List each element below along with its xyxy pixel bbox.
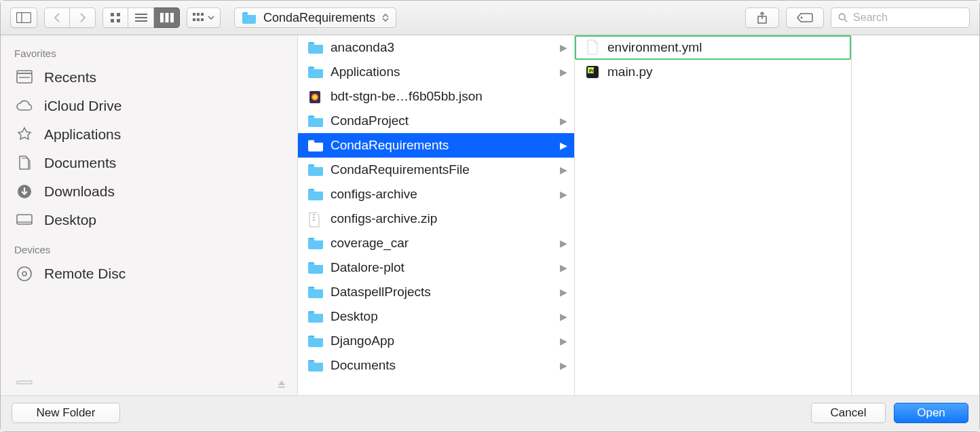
back-button[interactable]	[44, 7, 70, 28]
svg-line-22	[844, 19, 847, 22]
column-1[interactable]: anaconda3▶Applications▶bdt-stgn-be…f6b05…	[298, 35, 575, 395]
svg-rect-9	[160, 13, 164, 22]
list-item[interactable]: bdt-stgn-be…f6b05bb.json	[298, 84, 574, 109]
eject-icon	[277, 379, 286, 389]
svg-rect-17	[201, 18, 204, 21]
svg-point-30	[18, 267, 31, 281]
chevron-right-icon: ▶	[560, 336, 567, 346]
sidebar-item-icloud[interactable]: iCloud Drive	[1, 92, 297, 120]
list-item[interactable]: CondaProject▶	[298, 109, 574, 133]
nav-group	[44, 7, 96, 28]
svg-rect-39	[313, 217, 315, 218]
device-icon	[14, 375, 35, 393]
svg-rect-2	[111, 13, 114, 16]
search-input[interactable]	[853, 12, 962, 24]
chevron-right-icon	[79, 12, 86, 23]
view-list-button[interactable]	[128, 7, 154, 28]
chevron-right-icon: ▶	[560, 42, 567, 53]
svg-rect-24	[17, 71, 32, 73]
sidebar-item-label: Documents	[44, 155, 116, 171]
sidebar-item-label: Remote Disc	[44, 266, 126, 282]
sidebar-item-applications[interactable]: Applications	[1, 120, 297, 149]
chevron-right-icon: ▶	[560, 67, 567, 77]
sidebar-item-truncated[interactable]	[1, 375, 297, 395]
svg-rect-5	[117, 19, 120, 22]
item-label: DjangoApp	[331, 334, 553, 348]
zip-icon	[307, 212, 324, 226]
documents-icon	[14, 154, 35, 172]
share-button[interactable]	[745, 7, 779, 28]
browser-main: Favorites Recents iCloud Drive Applicati…	[1, 35, 979, 395]
path-selector[interactable]: CondaRequirements	[234, 7, 396, 28]
list-item[interactable]: configs-archive.zip	[298, 206, 574, 231]
list-item[interactable]: environment.yml	[575, 35, 851, 60]
list-item[interactable]: configs-archive▶	[298, 182, 574, 206]
column-2[interactable]: environment.ymlPCmain.py	[575, 35, 852, 395]
list-item[interactable]: DataspellProjects▶	[298, 280, 574, 304]
item-label: configs-archive	[331, 187, 553, 202]
list-item[interactable]: coverage_car▶	[298, 231, 574, 255]
chevron-right-icon: ▶	[560, 311, 567, 322]
svg-rect-13	[197, 13, 200, 16]
svg-rect-40	[313, 219, 315, 221]
tags-button[interactable]	[786, 7, 824, 28]
svg-rect-34	[278, 386, 285, 388]
forward-button[interactable]	[70, 7, 96, 28]
item-label: DataspellProjects	[331, 285, 553, 300]
svg-rect-16	[197, 18, 200, 21]
view-columns-button[interactable]	[154, 7, 180, 28]
folder-icon	[307, 285, 324, 299]
blank-icon	[584, 39, 601, 56]
item-label: environment.yml	[607, 40, 844, 55]
sidebar-icon	[16, 12, 31, 23]
item-label: main.py	[607, 65, 844, 79]
list-item[interactable]: CondaRequirements▶	[298, 133, 574, 158]
list-item[interactable]: anaconda3▶	[298, 35, 574, 60]
list-icon	[135, 13, 147, 22]
ff-icon	[307, 90, 324, 103]
sidebar-item-desktop[interactable]: Desktop	[1, 206, 297, 234]
list-item[interactable]: PCmain.py	[575, 60, 851, 84]
svg-marker-33	[278, 380, 285, 385]
list-item[interactable]: CondaRequirementsFile▶	[298, 158, 574, 182]
view-icons-button[interactable]	[102, 7, 128, 28]
chevron-right-icon: ▶	[560, 115, 567, 126]
list-item[interactable]: DjangoApp▶	[298, 329, 574, 353]
disc-icon	[14, 265, 35, 283]
new-folder-button[interactable]: New Folder	[12, 403, 120, 423]
sidebar-item-documents[interactable]: Documents	[1, 149, 297, 177]
sidebar-item-downloads[interactable]: Downloads	[1, 177, 297, 206]
list-item[interactable]: Desktop▶	[298, 304, 574, 329]
sidebar-toggle-group	[10, 7, 37, 28]
search-box[interactable]	[831, 7, 970, 28]
view-mode-group	[102, 7, 180, 28]
list-item[interactable]: Applications▶	[298, 60, 574, 84]
folder-icon	[307, 236, 324, 250]
list-item[interactable]: Datalore-plot▶	[298, 255, 574, 280]
open-dialog-window: CondaRequirements Favorites	[0, 0, 980, 432]
sidebar-item-label: Desktop	[44, 212, 96, 228]
svg-rect-10	[165, 13, 168, 22]
sidebar-item-recents[interactable]: Recents	[1, 63, 297, 92]
svg-rect-4	[111, 19, 114, 22]
folder-icon	[307, 334, 324, 348]
group-button[interactable]	[187, 7, 221, 28]
recents-icon	[14, 69, 35, 86]
item-label: bdt-stgn-be…f6b05bb.json	[331, 89, 567, 104]
folder-icon	[307, 114, 324, 128]
folder-icon	[307, 65, 324, 79]
sidebar-toggle-button[interactable]	[10, 7, 37, 28]
item-label: CondaProject	[331, 113, 553, 128]
svg-rect-11	[170, 13, 174, 22]
cancel-button[interactable]: Cancel	[811, 403, 886, 423]
columns-icon	[160, 13, 174, 22]
desktop-icon	[14, 211, 35, 229]
svg-rect-14	[201, 13, 204, 16]
sidebar-item-remote-disc[interactable]: Remote Disc	[1, 259, 297, 288]
updown-icon	[382, 14, 389, 22]
chevron-right-icon: ▶	[560, 360, 567, 371]
open-button[interactable]: Open	[894, 403, 968, 423]
chevron-right-icon: ▶	[560, 287, 567, 298]
list-item[interactable]: Documents▶	[298, 353, 574, 378]
folder-icon	[307, 187, 324, 201]
